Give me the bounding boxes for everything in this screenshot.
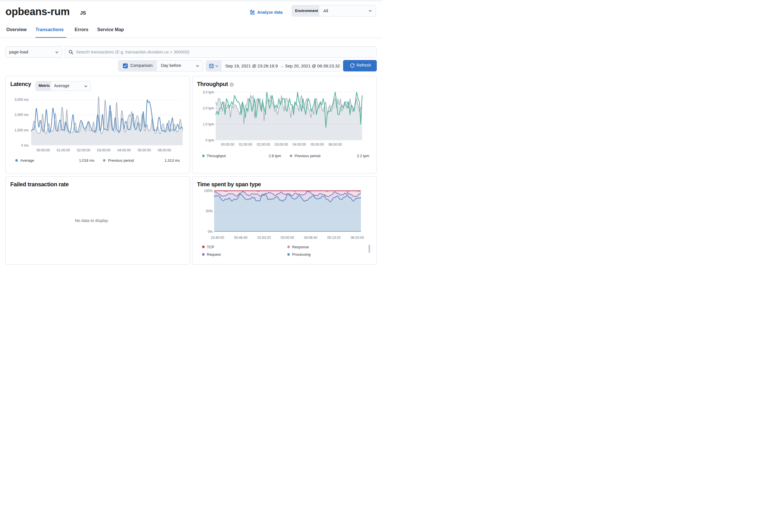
svg-text:23:40:00: 23:40:00 — [211, 236, 224, 240]
svg-text:04:00:00: 04:00:00 — [117, 148, 131, 152]
svg-text:Average: Average — [20, 158, 34, 162]
svg-text:06:00:00: 06:00:00 — [329, 142, 342, 146]
svg-text:3.0 tpm: 3.0 tpm — [203, 90, 214, 94]
svg-text:Response: Response — [292, 245, 309, 249]
svg-text:3,000 ms: 3,000 ms — [15, 98, 29, 102]
svg-text:Throughput: Throughput — [207, 154, 226, 158]
svg-text:1,313 ms: 1,313 ms — [165, 158, 180, 162]
svg-text:01:00:00: 01:00:00 — [57, 148, 70, 152]
svg-text:00:46:40: 00:46:40 — [234, 236, 248, 240]
svg-text:1,018 ms: 1,018 ms — [79, 158, 95, 162]
svg-text:2.0 tpm: 2.0 tpm — [203, 106, 214, 110]
svg-text:50%: 50% — [206, 209, 213, 213]
svg-text:Previous period: Previous period — [295, 154, 321, 158]
svg-text:06:20:00: 06:20:00 — [351, 236, 364, 240]
svg-text:Request: Request — [207, 252, 221, 257]
svg-text:05:13:20: 05:13:20 — [327, 236, 341, 240]
svg-text:02:00:00: 02:00:00 — [77, 148, 90, 152]
svg-text:03:00:00: 03:00:00 — [97, 148, 111, 152]
svg-text:1.0 tpm: 1.0 tpm — [203, 122, 214, 126]
svg-text:0 tpm: 0 tpm — [206, 138, 214, 142]
svg-text:100%: 100% — [204, 189, 213, 193]
svg-text:00:00:00: 00:00:00 — [37, 148, 50, 152]
svg-text:0 ms: 0 ms — [21, 143, 29, 147]
svg-text:2,000 ms: 2,000 ms — [15, 113, 29, 117]
svg-text:06:00:00: 06:00:00 — [158, 148, 171, 152]
svg-text:Processing: Processing — [292, 252, 311, 257]
svg-text:2.2 tpm: 2.2 tpm — [357, 154, 369, 158]
svg-text:2.8 tpm: 2.8 tpm — [269, 154, 281, 158]
svg-text:0%: 0% — [208, 230, 213, 234]
svg-text:04:00:00: 04:00:00 — [293, 142, 306, 146]
svg-text:00:00:00: 00:00:00 — [221, 142, 235, 146]
svg-text:02:00:00: 02:00:00 — [257, 142, 270, 146]
svg-text:05:00:00: 05:00:00 — [311, 142, 324, 146]
svg-text:01:53:20: 01:53:20 — [257, 236, 271, 240]
svg-text:Previous period: Previous period — [108, 158, 134, 162]
svg-text:TCP: TCP — [207, 245, 214, 249]
svg-text:1,000 ms: 1,000 ms — [15, 128, 29, 132]
svg-text:05:00:00: 05:00:00 — [138, 148, 151, 152]
svg-text:03:00:00: 03:00:00 — [281, 236, 294, 240]
svg-text:04:06:40: 04:06:40 — [304, 236, 317, 240]
svg-text:01:00:00: 01:00:00 — [239, 142, 252, 146]
svg-text:03:00:00: 03:00:00 — [275, 142, 288, 146]
